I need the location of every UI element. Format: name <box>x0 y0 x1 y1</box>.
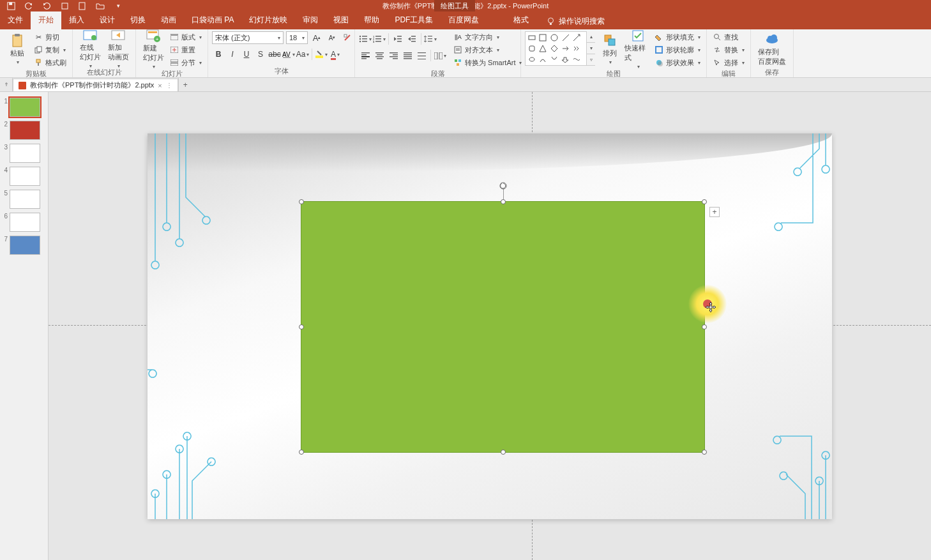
grow-font-button[interactable]: A▴ <box>310 31 323 44</box>
shrink-font-button[interactable]: A▾ <box>326 31 338 44</box>
minimize-quick-icon[interactable] <box>60 1 69 10</box>
quick-styles-button[interactable]: 快速样式 <box>624 31 651 67</box>
slide-canvas[interactable]: + <box>49 92 931 560</box>
tab-animations[interactable]: 动画 <box>153 11 184 29</box>
save-baidu-button[interactable]: 保存到 百度网盘 <box>755 31 789 67</box>
tab-transitions[interactable]: 切换 <box>123 11 153 29</box>
cut-button[interactable]: ✂剪切 <box>32 31 68 43</box>
shape-fill-button[interactable]: 形状填充 <box>653 31 702 43</box>
text-direction-button[interactable]: ||A文字方向 <box>451 31 524 43</box>
svg-rect-67 <box>434 52 437 59</box>
strikethrough-button[interactable]: abc <box>268 48 281 61</box>
tab-format[interactable]: 格式 <box>506 11 536 29</box>
paste-button[interactable]: 粘贴 <box>4 31 31 67</box>
slide-surface[interactable]: + <box>148 133 832 519</box>
arrange-button[interactable]: 排列 <box>596 31 623 67</box>
shapes-gallery[interactable]: ▴▾▿ <box>525 31 595 66</box>
decrease-indent-button[interactable] <box>391 33 404 45</box>
resize-handle-right[interactable] <box>702 324 707 329</box>
open-icon[interactable] <box>96 1 105 10</box>
new-anim-page-button[interactable]: 新加 动画页 <box>105 31 132 67</box>
resize-handle-bottom-right[interactable] <box>702 450 707 455</box>
tab-help[interactable]: 帮助 <box>356 11 387 29</box>
svg-rect-47 <box>428 41 432 42</box>
find-button[interactable]: 查找 <box>711 31 746 43</box>
justify-button[interactable] <box>401 49 414 62</box>
change-case-button[interactable]: Aa <box>296 48 309 61</box>
replace-button[interactable]: 替换 <box>711 44 746 56</box>
shapes-scroll[interactable]: ▴▾▿ <box>586 31 595 66</box>
numbering-button[interactable]: 123 <box>373 33 386 45</box>
shape-effects-button[interactable]: 形状效果 <box>653 57 702 68</box>
undo-icon[interactable] <box>24 1 33 10</box>
tab-review[interactable]: 审阅 <box>295 11 326 29</box>
font-name-select[interactable]: 宋体 (正文)▾ <box>212 31 284 44</box>
align-right-button[interactable] <box>387 49 400 62</box>
tab-insert[interactable]: 插入 <box>61 11 92 29</box>
tab-view[interactable]: 视图 <box>326 11 356 29</box>
font-size-select[interactable]: 18▾ <box>286 31 308 44</box>
italic-button[interactable]: I <box>226 48 239 61</box>
svg-rect-54 <box>375 56 384 57</box>
format-painter-button[interactable]: 格式刷 <box>32 57 68 68</box>
shadow-button[interactable]: S <box>254 48 267 61</box>
tab-file[interactable]: 文件 <box>0 11 31 29</box>
layout-button[interactable]: 版式 <box>168 31 204 43</box>
resize-handle-bottom-left[interactable] <box>299 450 304 455</box>
tab-home[interactable]: 开始 <box>31 11 61 29</box>
selected-rectangle-shape[interactable]: + <box>301 201 705 453</box>
thumbnail-7[interactable] <box>10 236 40 255</box>
svg-rect-65 <box>418 56 426 56</box>
shape-add-button[interactable]: + <box>709 207 720 217</box>
resize-handle-top-right[interactable] <box>702 199 707 204</box>
underline-button[interactable]: U <box>240 48 253 61</box>
increase-indent-button[interactable] <box>405 33 418 45</box>
clear-format-button[interactable] <box>341 31 354 44</box>
resize-handle-top[interactable] <box>501 199 506 204</box>
align-center-button[interactable] <box>373 49 386 62</box>
rotation-handle[interactable] <box>499 181 508 190</box>
bold-button[interactable]: B <box>212 48 225 61</box>
doctab-pin-button[interactable] <box>0 78 13 91</box>
thumbnail-5[interactable] <box>10 190 40 209</box>
thumbnail-2[interactable] <box>10 121 40 140</box>
thumbnail-4[interactable] <box>10 167 40 186</box>
document-tab-active[interactable]: 教你制作《PPT制作倒计时功能》2.pptx × ⋮ <box>13 79 178 91</box>
tell-me-search[interactable]: 操作说明搜索 <box>547 16 605 29</box>
tab-pocket-anim[interactable]: 口袋动画 PA <box>184 11 241 29</box>
new-tab-button[interactable]: + <box>178 78 192 91</box>
tab-design[interactable]: 设计 <box>92 11 123 29</box>
resize-handle-top-left[interactable] <box>299 199 304 204</box>
reset-button[interactable]: 重置 <box>168 44 204 56</box>
align-text-button[interactable]: 对齐文本 <box>451 44 524 56</box>
close-tab-button[interactable]: × <box>158 82 162 89</box>
thumbnail-3[interactable] <box>10 144 40 163</box>
tab-baidu[interactable]: 百度网盘 <box>441 11 487 29</box>
tab-menu-button[interactable]: ⋮ <box>166 82 172 89</box>
tab-slideshow[interactable]: 幻灯片放映 <box>241 11 295 29</box>
convert-smartart-button[interactable]: 转换为 SmartArt <box>451 57 524 68</box>
highlight-button[interactable] <box>315 48 328 61</box>
redo-icon[interactable] <box>42 1 51 10</box>
new-slide-button[interactable]: + 新建 幻灯片 <box>140 31 167 67</box>
columns-button[interactable] <box>434 49 446 62</box>
bullets-button[interactable] <box>359 33 372 45</box>
qat-more-icon[interactable]: ▾ <box>114 1 123 10</box>
tab-pdf[interactable]: PDF工具集 <box>387 11 441 29</box>
new-icon[interactable] <box>78 1 87 10</box>
resize-handle-left[interactable] <box>299 324 304 329</box>
save-icon[interactable] <box>6 1 15 10</box>
font-color-button[interactable]: A <box>329 48 342 61</box>
char-spacing-button[interactable]: AV <box>282 48 295 61</box>
section-button[interactable]: 分节 <box>168 57 204 68</box>
thumbnail-6[interactable] <box>10 213 40 232</box>
thumbnail-1[interactable] <box>10 98 40 117</box>
align-left-button[interactable] <box>359 49 372 62</box>
distribute-button[interactable] <box>415 49 428 62</box>
shape-outline-button[interactable]: 形状轮廓 <box>653 44 702 56</box>
line-spacing-button[interactable] <box>424 33 437 45</box>
copy-button[interactable]: 复制 <box>32 44 68 56</box>
select-button[interactable]: 选择 <box>711 57 746 68</box>
online-slides-button[interactable]: 在线 幻灯片 <box>77 31 103 67</box>
resize-handle-bottom[interactable] <box>501 450 506 455</box>
